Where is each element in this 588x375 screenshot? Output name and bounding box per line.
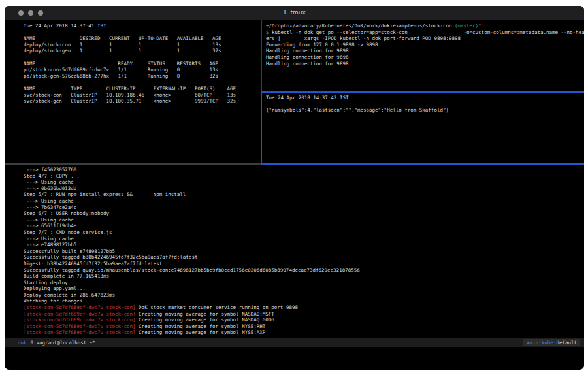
- terminal-line: svc/stock-con ClusterIP 10.109.186.46 <n…: [24, 92, 259, 99]
- terminal-line: [stock-con-5d7df689cf-dwc7v stock-con] C…: [24, 329, 582, 336]
- terminal-line: ~/Dropbox/advocacy/Kubernetes/DoK/work/d…: [266, 23, 582, 29]
- terminal-line: $ kubectl -n dok get po --selector=app=s…: [266, 29, 582, 36]
- terminal-line: Handling connection for 9898: [266, 61, 582, 67]
- terminal-line: deploy/stock-con 1 1 1 1 13s: [24, 42, 259, 48]
- terminal-line: [stock-con-5d7df689cf-dwc7v stock-con] D…: [24, 304, 582, 311]
- tmux-session-name: dok: [18, 340, 27, 346]
- terminal-line: Deploy complete in 286.647823ms: [24, 292, 582, 299]
- window-title: 1. tmux: [5, 9, 584, 16]
- terminal-line: Forwarding from 127.0.0.1:9898 -> 9898: [266, 42, 582, 48]
- pane-divider-vertical[interactable]: [261, 20, 262, 91]
- pane-divider-vertical-active[interactable]: [261, 91, 262, 165]
- pane-skaffold-log[interactable]: ---> f45623052760Step 4/7 : COPY . . ---…: [5, 165, 584, 338]
- terminal-line: NAME DESIRED CURRENT UP-TO-DATE AVAILABL…: [24, 35, 259, 42]
- tmux-window-tab[interactable]: 0:vagrant@localhost:~*: [31, 340, 95, 346]
- terminal-line: Starting deploy...: [24, 280, 582, 286]
- terminal-window: 1. tmux Tue 24 Apr 2018 14:37:41 ISTNAME…: [5, 6, 584, 370]
- pane-kubectl-watch[interactable]: Tue 24 Apr 2018 14:37:41 ISTNAME DESIRED…: [5, 20, 261, 163]
- terminal-line: Deploying app.yaml...: [24, 285, 582, 292]
- terminal-line: [24, 79, 259, 86]
- terminal-line: ---> 7b6347ce2a4c: [24, 204, 582, 211]
- terminal-line: [stock-con-5d7df689cf-dwc7v stock-con] C…: [24, 323, 582, 330]
- terminal-line: Successfully built e74898127bb5: [24, 248, 582, 255]
- kube-cluster-name: minikube: [530, 340, 553, 346]
- terminal-line: ---> Using cache: [24, 217, 582, 223]
- terminal-line: [24, 29, 259, 36]
- terminal-line: ---> f45623052760: [24, 167, 582, 173]
- terminal-line: [stock-con-5d7df689cf-dwc7v stock-con] C…: [24, 317, 582, 323]
- terminal-line: NAME READY STATUS RESTARTS AGE: [24, 61, 259, 67]
- kube-namespace: :default: [553, 340, 577, 346]
- tmux-status-bar: dok 0:vagrant@localhost:~* ⎈ minikube :d…: [5, 338, 584, 347]
- terminal-line: ---> Using cache: [24, 198, 582, 204]
- terminal-line: Watching for changes...: [24, 298, 582, 304]
- pane-divider-main-active[interactable]: [261, 163, 584, 165]
- terminal-line: ---> Using cache: [24, 236, 582, 242]
- terminal-line: [266, 101, 582, 108]
- terminal-line: Tue 24 Apr 2018 14:37:42 IST: [266, 95, 582, 101]
- terminal-line: po/stock-gen-576cc688bb-277hx 1/1 Runnin…: [24, 73, 259, 80]
- terminal-line: ers | xargs -IPOD kubectl -n dok port-fo…: [266, 35, 582, 42]
- terminal-line: Handling connection for 9898: [266, 54, 582, 61]
- terminal-line: ---> 65611ff9db4e: [24, 223, 582, 229]
- terminal-line: deploy/stock-gen 1 1 1 1 32s: [24, 48, 259, 54]
- window-titlebar[interactable]: 1. tmux: [5, 6, 584, 20]
- terminal-line: po/stock-con-5d7df689cf-dwc7v 1/1 Runnin…: [24, 67, 259, 73]
- kube-context-indicator: ⎈ minikube :default: [523, 339, 580, 346]
- terminal-line: Step 4/7 : COPY . .: [24, 173, 582, 180]
- pane-divider-main[interactable]: [5, 163, 261, 165]
- terminal-line: [24, 54, 259, 61]
- terminal-line: Handling connection for 9898: [266, 48, 582, 54]
- terminal-line: Step 5/7 : RUN npm install express && np…: [24, 191, 582, 198]
- terminal-line: Build complete in 77.165413ms: [24, 273, 582, 280]
- terminal-line: Tue 24 Apr 2018 14:37:41 IST: [24, 23, 259, 29]
- terminal-line: Step 6/7 : USER nobody:nobody: [24, 210, 582, 217]
- pane-divider-right-active[interactable]: [262, 91, 584, 93]
- terminal-line: Digest: b38b42246945fd7f32c5ba9aea7af7fd…: [24, 261, 582, 267]
- terminal-line: Step 7/7 : CMD node service.js: [24, 229, 582, 236]
- terminal-line: ---> Using cache: [24, 179, 582, 186]
- terminal-line: Successfully tagged quay.io/mhausenblas/…: [24, 267, 582, 274]
- terminal-line: {"numsymbols":4,"lastseen":"","message":…: [266, 107, 582, 114]
- terminal-line: Successfully tagged b38b42246945fd7f32c5…: [24, 254, 582, 261]
- terminal-line: ---> 0b636bd013dd: [24, 186, 582, 192]
- pane-curl-output-active[interactable]: Tue 24 Apr 2018 14:37:42 IST{"numsymbols…: [262, 93, 584, 163]
- pane-port-forward[interactable]: ~/Dropbox/advocacy/Kubernetes/DoK/work/d…: [262, 20, 584, 91]
- terminal-line: [stock-con-5d7df689cf-dwc7v stock-con] C…: [24, 311, 582, 318]
- terminal-line: ---> e74898127bb5: [24, 242, 582, 248]
- terminal-line: NAME TYPE CLUSTER-IP EXTERNAL-IP PORT(S)…: [24, 86, 259, 92]
- terminal-line: svc/stock-gen ClusterIP 10.100.35.71 <no…: [24, 98, 259, 105]
